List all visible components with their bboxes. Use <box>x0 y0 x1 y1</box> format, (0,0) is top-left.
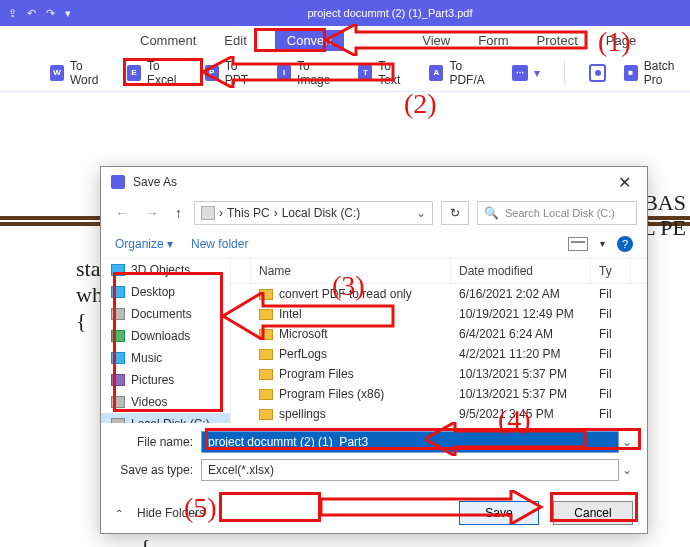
sidebar-item-documents[interactable]: Documents <box>101 303 230 325</box>
file-list: Name Date modified Ty convert PDF to rea… <box>231 259 647 423</box>
annotation-arrow-3 <box>223 292 403 340</box>
redo-icon[interactable]: ↷ <box>46 7 55 20</box>
to-word-button[interactable]: WTo Word <box>50 59 109 87</box>
annotation-number-2: (2) <box>404 88 437 120</box>
to-excel-button[interactable]: ETo Excel <box>127 59 187 87</box>
save-type-select[interactable]: Excel(*.xlsx) <box>201 459 619 481</box>
tab-page[interactable]: Page <box>606 33 636 48</box>
titlebar: ⇪ ↶ ↷ ▾ project docummt (2) (1)_Part3.pd… <box>0 0 690 26</box>
svg-marker-0 <box>326 24 586 56</box>
batch-button[interactable]: ■Batch Pro <box>624 59 690 87</box>
breadcrumb[interactable]: This PC <box>227 206 270 220</box>
share-icon[interactable]: ⇪ <box>8 7 17 20</box>
breadcrumb[interactable]: Local Disk (C:) <box>282 206 361 220</box>
undo-icon[interactable]: ↶ <box>27 7 36 20</box>
search-input[interactable]: 🔍 Search Local Disk (C:) <box>477 201 637 225</box>
forward-icon: → <box>141 203 163 223</box>
pc-icon <box>201 206 215 220</box>
folder-icon <box>111 352 125 364</box>
tab-edit[interactable]: Edit <box>224 33 246 48</box>
save-type-label: Save as type: <box>113 463 201 477</box>
chevron-down-icon: ▾ <box>534 66 540 80</box>
tab-comment[interactable]: Comment <box>140 33 196 48</box>
chevron-down-icon[interactable]: ⌄ <box>416 206 426 220</box>
annotation-arrow-1 <box>326 24 596 56</box>
folder-icon <box>111 374 125 386</box>
sidebar-item-3d[interactable]: 3D Objects <box>101 259 230 281</box>
new-folder-button[interactable]: New folder <box>191 237 248 251</box>
close-icon[interactable]: ✕ <box>612 173 637 192</box>
sidebar-item-music[interactable]: Music <box>101 347 230 369</box>
dialog-toolbar: Organize ▾ New folder ▾ ? <box>101 229 647 259</box>
cancel-button[interactable]: Cancel <box>553 501 633 525</box>
svg-marker-1 <box>203 56 393 88</box>
sidebar-item-desktop[interactable]: Desktop <box>101 281 230 303</box>
sidebar-item-downloads[interactable]: Downloads <box>101 325 230 347</box>
dialog-titlebar: Save As ✕ <box>101 167 647 197</box>
svg-marker-4 <box>321 490 541 524</box>
document-title: project docummt (2) (1)_Part3.pdf <box>98 7 682 19</box>
sidebar-item-videos[interactable]: Videos <box>101 391 230 413</box>
dialog-title: Save As <box>133 175 177 189</box>
file-row[interactable]: spellings9/5/2021 3:45 PMFil <box>231 404 647 423</box>
col-type[interactable]: Ty <box>591 259 631 283</box>
bg-text: wh <box>76 282 103 308</box>
folder-icon <box>111 308 125 320</box>
up-icon[interactable]: ↑ <box>171 203 186 223</box>
search-icon: 🔍 <box>484 206 499 220</box>
dialog-nav: ← → ↑ › This PC › Local Disk (C:) ⌄ ↻ 🔍 … <box>101 197 647 229</box>
chevron-down-icon[interactable]: ⌄ <box>619 463 635 477</box>
column-headers: Name Date modified Ty <box>231 259 647 284</box>
pdfa-icon: A <box>429 65 443 81</box>
view-icon[interactable] <box>568 237 588 251</box>
annotation-arrow-4 <box>425 422 595 456</box>
organize-button[interactable]: Organize ▾ <box>115 237 173 251</box>
annotation-arrow-5 <box>321 490 551 524</box>
file-row[interactable]: PerfLogs4/2/2021 11:20 PMFil <box>231 344 647 364</box>
chevron-down-icon[interactable]: ▾ <box>600 238 605 249</box>
disk-icon <box>111 418 125 423</box>
file-row[interactable]: Program Files (x86)10/13/2021 5:37 PMFil <box>231 384 647 404</box>
help-icon[interactable]: ? <box>617 236 633 252</box>
file-row[interactable]: Program Files10/13/2021 5:37 PMFil <box>231 364 647 384</box>
more-button[interactable]: ⋯▾ <box>512 65 540 81</box>
excel-icon: E <box>127 65 141 81</box>
folder-sidebar: 3D Objects Desktop Documents Downloads M… <box>101 259 231 423</box>
shape-icon[interactable] <box>589 64 605 82</box>
dropdown-icon[interactable]: ▾ <box>65 7 71 20</box>
refresh-icon[interactable]: ↻ <box>441 201 469 225</box>
sidebar-item-pictures[interactable]: Pictures <box>101 369 230 391</box>
folder-icon <box>111 330 125 342</box>
bg-text: { <box>76 308 87 334</box>
chevron-down-icon[interactable]: ⌄ <box>619 435 635 449</box>
to-pdfa-button[interactable]: ATo PDF/A <box>429 59 494 87</box>
col-name[interactable]: Name <box>251 259 451 283</box>
more-icon: ⋯ <box>512 65 528 81</box>
back-icon[interactable]: ← <box>111 203 133 223</box>
address-bar[interactable]: › This PC › Local Disk (C:) ⌄ <box>194 201 433 225</box>
bg-text: { <box>140 534 151 547</box>
titlebar-quick-icons: ⇪ ↶ ↷ ▾ <box>8 7 98 20</box>
folder-icon <box>111 264 125 276</box>
folder-icon <box>111 286 125 298</box>
folder-icon <box>111 396 125 408</box>
chevron-up-icon[interactable]: ⌃ <box>115 508 123 519</box>
svg-marker-2 <box>223 292 393 340</box>
separator <box>564 61 565 85</box>
app-icon <box>111 175 125 189</box>
col-date[interactable]: Date modified <box>451 259 591 283</box>
save-as-dialog: Save As ✕ ← → ↑ › This PC › Local Disk (… <box>100 166 648 534</box>
batch-icon: ■ <box>624 65 638 81</box>
hide-folders-button[interactable]: Hide Folders <box>137 506 205 520</box>
file-name-label: File name: <box>113 435 201 449</box>
sidebar-item-localdisk[interactable]: Local Disk (C:) <box>101 413 230 423</box>
annotation-arrow-2 <box>203 56 403 88</box>
svg-marker-3 <box>425 422 585 456</box>
word-icon: W <box>50 65 64 81</box>
